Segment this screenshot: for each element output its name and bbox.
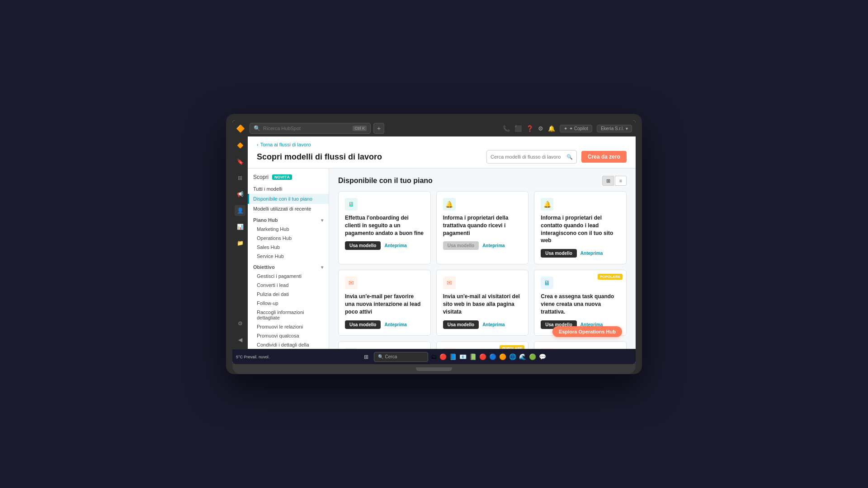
taskbar-app-3[interactable]: 🔵 bbox=[489, 353, 496, 360]
sidebar-collapse-icon[interactable]: ◀ bbox=[235, 334, 245, 345]
card-actions-5: Usa modello Anteprima bbox=[443, 320, 522, 329]
taskbar-app-browser[interactable]: 🌐 bbox=[509, 353, 516, 360]
filter-all-templates[interactable]: Tutti i modelli bbox=[248, 184, 329, 194]
page-title: Scopri modelli di flussi di lavoro bbox=[257, 152, 382, 162]
sidebar-icon-grid[interactable]: ⊞ bbox=[235, 173, 245, 183]
main-content: Disponibile con il tuo piano ⊞ ≡ 🖥 bbox=[329, 169, 636, 349]
help-icon[interactable]: ❓ bbox=[526, 125, 533, 132]
card-actions-4: Usa modello Anteprima bbox=[345, 320, 424, 329]
filter-raccogli-info[interactable]: Raccogli informazioni dettagliate bbox=[248, 308, 329, 322]
taskbar-app-6[interactable]: 🟢 bbox=[529, 353, 536, 360]
taskbar-app-5[interactable]: 🌊 bbox=[519, 353, 526, 360]
topbar-search-box[interactable]: 🔍 Ctrl K bbox=[250, 123, 371, 134]
template-search-box[interactable]: 🔍 bbox=[486, 150, 577, 164]
add-button[interactable]: + bbox=[373, 123, 384, 134]
sidebar-icon-bookmark[interactable]: 🔖 bbox=[235, 156, 245, 167]
filter-marketing-hub[interactable]: Marketing Hub bbox=[248, 225, 329, 234]
view-toggle: ⊞ ≡ bbox=[602, 176, 627, 186]
sidebar-icon-hubspot[interactable]: 🔶 bbox=[235, 140, 245, 151]
grid-view-button[interactable]: ⊞ bbox=[602, 176, 614, 186]
notification-icon[interactable]: 🔔 bbox=[548, 125, 555, 132]
usa-modello-btn-5[interactable]: Usa modello bbox=[443, 320, 479, 329]
taskbar-windows-icon[interactable]: ⊞ bbox=[361, 352, 371, 362]
header-right: 🔍 Crea da zero bbox=[486, 150, 627, 164]
template-card-8[interactable]: POPOLARE ✉ Invia una serie di e-mail qua… bbox=[436, 341, 529, 349]
taskbar-app-4[interactable]: 🟠 bbox=[499, 353, 506, 360]
hubspot-logo-icon[interactable]: 🔶 bbox=[236, 124, 245, 133]
template-card-9[interactable]: ✉ Invia un'e-mail di benvenuto ai nuovi … bbox=[534, 341, 627, 349]
anteprima-link-2[interactable]: Anteprima bbox=[482, 243, 505, 248]
filter-recent-templates[interactable]: Modelli utilizzati di recente bbox=[248, 204, 329, 214]
usa-modello-btn-3[interactable]: Usa modello bbox=[541, 249, 576, 258]
usa-modello-btn-2[interactable]: Usa modello bbox=[443, 241, 479, 250]
anteprima-link-4[interactable]: Anteprima bbox=[384, 322, 406, 327]
filter-available-plan[interactable]: Disponibile con il tuo piano bbox=[248, 194, 329, 204]
sidebar-icon-reports[interactable]: 📊 bbox=[235, 221, 245, 232]
obiettivo-group[interactable]: Obiettivo ▾ bbox=[248, 261, 329, 272]
obiettivo-label: Obiettivo bbox=[253, 264, 275, 270]
user-menu-button[interactable]: Ekeria S.r.l. ▾ bbox=[597, 125, 632, 132]
taskbar-search-box[interactable]: 🔍 Cerca bbox=[374, 352, 428, 362]
template-card-5[interactable]: ✉ Invia un'e-mail ai visitatori del sito… bbox=[436, 270, 529, 335]
taskbar-app-1[interactable]: 🔴 bbox=[439, 353, 447, 360]
filter-sales-hub[interactable]: Sales Hub bbox=[248, 243, 329, 252]
template-card-1[interactable]: 🖥 Effettua l'onboarding dei clienti in s… bbox=[338, 191, 431, 264]
taskbar-app-chat[interactable]: 💬 bbox=[539, 353, 546, 360]
explore-operations-hub-button[interactable]: Esplora Operations Hub bbox=[552, 326, 622, 337]
filter-gestisci-pagamenti[interactable]: Gestisci i pagamenti bbox=[248, 272, 329, 281]
taskbar-app-2[interactable]: 🔴 bbox=[479, 353, 486, 360]
search-icon: 🔍 bbox=[254, 125, 260, 131]
user-label: Ekeria S.r.l. bbox=[601, 126, 624, 131]
filter-condividi-dettagli[interactable]: Condividi i dettagli della bbox=[248, 340, 329, 349]
card-icon-1: 🖥 bbox=[345, 198, 358, 211]
card-title-1: Effettua l'onboarding dei clienti in seg… bbox=[345, 214, 424, 237]
filter-operations-hub[interactable]: Operations Hub bbox=[248, 234, 329, 243]
phone-icon[interactable]: 📞 bbox=[503, 125, 510, 132]
taskbar-app-excel[interactable]: 📗 bbox=[469, 353, 476, 360]
sidebar-icons: 🔶 🔖 ⊞ 📢 👤 📊 📁 ⚙ ◀ bbox=[232, 136, 248, 349]
anteprima-link-1[interactable]: Anteprima bbox=[384, 243, 406, 248]
sidebar-icon-contacts[interactable]: 👤 bbox=[235, 205, 245, 216]
search-box-icon: 🔍 bbox=[566, 154, 573, 160]
search-input[interactable] bbox=[263, 126, 350, 131]
filter-converti-lead[interactable]: Converti i lead bbox=[248, 281, 329, 290]
template-search-input[interactable] bbox=[491, 154, 564, 160]
card-actions-2: Usa modello Anteprima bbox=[443, 241, 522, 250]
list-view-button[interactable]: ≡ bbox=[615, 176, 627, 186]
sidebar-icon-folder[interactable]: 📁 bbox=[235, 238, 245, 249]
settings-icon[interactable]: ⚙ bbox=[538, 125, 543, 132]
filter-promuovi-qualcosa[interactable]: Promuovi qualcosa bbox=[248, 331, 329, 340]
taskbar-app-word[interactable]: 📘 bbox=[449, 353, 457, 360]
taskbar-app-explorer[interactable]: 🗂 bbox=[431, 353, 437, 360]
apps-icon[interactable]: ⬛ bbox=[514, 125, 522, 132]
template-card-7[interactable]: 🖥 Ricorda ai clienti di rinnovare i loro… bbox=[338, 341, 431, 349]
novita-badge: NOVITÀ bbox=[272, 174, 292, 180]
filter-followup[interactable]: Follow-up bbox=[248, 299, 329, 308]
taskbar-app-outlook[interactable]: 📧 bbox=[459, 353, 467, 360]
scopri-label: Scopri bbox=[253, 174, 269, 180]
template-card-2[interactable]: 🔔 Informa i proprietari della trattativa… bbox=[436, 191, 529, 264]
topbar: 🔶 🔍 Ctrl K + 📞 ⬛ ❓ ⚙ 🔔 ✦ ✦ Copilot bbox=[232, 120, 636, 136]
section-title: Disponibile con il tuo piano bbox=[338, 177, 433, 185]
sidebar-icon-settings[interactable]: ⚙ bbox=[235, 318, 245, 329]
card-actions-3: Usa modello Anteprima bbox=[541, 249, 620, 258]
card-title-6: Crea e assegna task quando viene creata … bbox=[541, 293, 620, 315]
piano-hub-group[interactable]: Piano Hub ▾ bbox=[248, 214, 329, 225]
copilot-button[interactable]: ✦ ✦ Copilot bbox=[560, 125, 592, 132]
template-card-4[interactable]: ✉ Invia un'e-mail per favorire una nuova… bbox=[338, 270, 431, 335]
usa-modello-btn-1[interactable]: Usa modello bbox=[345, 241, 381, 250]
taskbar: 5°C Prevail. nuvol. ⊞ 🔍 Cerca 🗂 🔴 📘 📧 📗 … bbox=[232, 349, 636, 364]
usa-modello-btn-4[interactable]: Usa modello bbox=[345, 320, 381, 329]
template-card-3[interactable]: 🔔 Informa i proprietari del contatto qua… bbox=[534, 191, 627, 264]
section-title-row: Disponibile con il tuo piano ⊞ ≡ bbox=[338, 176, 627, 186]
card-icon-4: ✉ bbox=[345, 277, 358, 289]
template-card-6[interactable]: POPOLARE 🖥 Crea e assegna task quando vi… bbox=[534, 270, 627, 335]
anteprima-link-3[interactable]: Anteprima bbox=[580, 251, 603, 256]
filter-promuovi-relazioni[interactable]: Promuovi le relazioni bbox=[248, 322, 329, 331]
anteprima-link-5[interactable]: Anteprima bbox=[482, 322, 505, 327]
filter-pulizia-dati[interactable]: Pulizia dei dati bbox=[248, 290, 329, 299]
breadcrumb[interactable]: Torna ai flussi di lavoro bbox=[257, 142, 627, 147]
create-from-scratch-button[interactable]: Crea da zero bbox=[581, 151, 627, 163]
sidebar-icon-megaphone[interactable]: 📢 bbox=[235, 189, 245, 200]
filter-service-hub[interactable]: Service Hub bbox=[248, 252, 329, 261]
